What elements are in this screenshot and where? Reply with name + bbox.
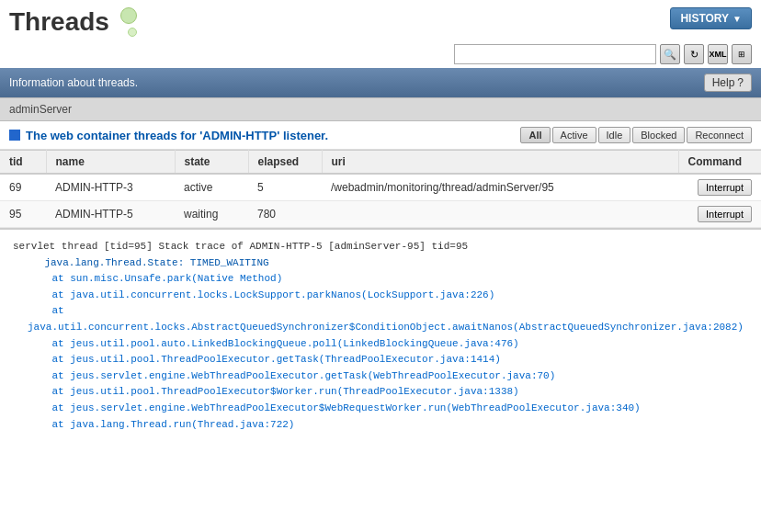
help-label: Help — [712, 76, 735, 89]
refresh-icon: ↻ — [690, 49, 699, 61]
cell-tid: 95 — [0, 201, 46, 228]
interrupt-button[interactable]: Interrupt — [698, 179, 752, 196]
help-button[interactable]: Help ? — [704, 74, 752, 92]
interrupt-button[interactable]: Interrupt — [698, 206, 752, 222]
stack-trace-line: at jeus.util.pool.auto.LinkedBlockingQue… — [28, 336, 748, 353]
cell-state: active — [175, 174, 248, 201]
decorative-dots — [120, 7, 137, 37]
thread-group-bar: The web container threads for 'ADMIN-HTT… — [0, 121, 761, 150]
col-command: Command — [678, 151, 761, 175]
xml-icon: XML — [710, 50, 727, 59]
refresh-button[interactable]: ↻ — [684, 44, 704, 64]
thread-group-title: The web container threads for 'ADMIN-HTT… — [9, 129, 328, 142]
col-state: state — [175, 151, 248, 175]
page-header: Threads HISTORY ▼ — [0, 0, 761, 42]
export-button[interactable]: ⊞ — [732, 44, 752, 64]
stack-trace-title: servlet thread [tid=95] Stack trace of A… — [13, 241, 468, 252]
cell-name: ADMIN-HTTP-5 — [46, 201, 175, 228]
stack-trace-line: at jeus.servlet.engine.WebThreadPoolExec… — [28, 368, 748, 385]
table-row: 95 ADMIN-HTTP-5 waiting 780 Interrupt — [0, 201, 761, 228]
blue-square-icon — [9, 130, 20, 141]
help-icon: ? — [737, 76, 744, 89]
cell-tid: 69 — [0, 174, 46, 201]
filter-buttons: AllActiveIdleBlockedReconnect — [520, 127, 752, 143]
cell-state: waiting — [175, 201, 248, 228]
stack-trace-line: at jeus.util.pool.ThreadPoolExecutor$Wor… — [28, 384, 748, 401]
page-title: Threads — [9, 7, 109, 37]
history-button[interactable]: HISTORY ▼ — [670, 7, 752, 29]
cell-command: Interrupt — [678, 201, 761, 228]
search-button[interactable]: 🔍 — [660, 44, 680, 64]
dot-large — [120, 7, 137, 24]
cell-command: Interrupt — [678, 174, 761, 201]
info-text: Information about threads. — [9, 76, 138, 89]
stack-trace-state: java.lang.Thread.State: TIMED_WAITING — [20, 257, 269, 268]
col-tid: tid — [0, 151, 46, 175]
cell-elapsed: 5 — [248, 174, 322, 201]
filter-btn-reconnect[interactable]: Reconnect — [687, 127, 752, 143]
table-row: 69 ADMIN-HTTP-3 active 5 /webadmin/monit… — [0, 174, 761, 201]
info-bar: Information about threads. Help ? — [0, 68, 761, 97]
stack-trace-line: at java.util.concurrent.locks.LockSuppor… — [28, 288, 748, 304]
col-elapsed: elapsed — [248, 151, 322, 175]
search-input[interactable] — [454, 44, 656, 64]
filter-btn-blocked[interactable]: Blocked — [632, 127, 685, 143]
col-name: name — [46, 151, 175, 175]
cell-uri: /webadmin/monitoring/thread/adminServer/… — [322, 174, 678, 201]
server-name: adminServer — [9, 103, 72, 116]
stack-trace-line: at jeus.servlet.engine.WebThreadPoolExec… — [28, 401, 748, 417]
col-uri: uri — [322, 151, 678, 175]
stack-trace-line: at sun.misc.Unsafe.park(Native Method) — [28, 271, 748, 288]
cell-uri — [322, 201, 678, 228]
cell-elapsed: 780 — [248, 201, 322, 228]
chevron-down-icon: ▼ — [733, 14, 742, 24]
search-bar: 🔍 ↻ XML ⊞ — [0, 42, 761, 68]
search-icon: 🔍 — [664, 49, 676, 61]
export-icon: ⊞ — [738, 50, 745, 59]
stack-trace: servlet thread [tid=95] Stack trace of A… — [0, 228, 761, 442]
stack-trace-line: at java.lang.Thread.run(Thread.java:722) — [28, 417, 748, 434]
stack-trace-line: at java.util.concurrent.locks.AbstractQu… — [28, 303, 748, 335]
filter-btn-active[interactable]: Active — [552, 127, 596, 143]
table-header: tid name state elapsed uri Command — [0, 151, 761, 175]
thread-group-label: The web container threads for 'ADMIN-HTT… — [26, 129, 328, 142]
filter-btn-idle[interactable]: Idle — [598, 127, 631, 143]
cell-name: ADMIN-HTTP-3 — [46, 174, 175, 201]
dot-small — [128, 28, 137, 37]
filter-btn-all[interactable]: All — [520, 127, 550, 143]
title-area: Threads — [9, 7, 137, 37]
table-body: 69 ADMIN-HTTP-3 active 5 /webadmin/monit… — [0, 174, 761, 228]
table-header-row: tid name state elapsed uri Command — [0, 151, 761, 175]
stack-trace-line: at jeus.util.pool.ThreadPoolExecutor.get… — [28, 352, 748, 368]
history-btn-label: HISTORY — [680, 12, 729, 25]
threads-table: tid name state elapsed uri Command 69 AD… — [0, 150, 761, 228]
export-xml-button[interactable]: XML — [708, 44, 728, 64]
section-header: adminServer — [0, 97, 761, 121]
